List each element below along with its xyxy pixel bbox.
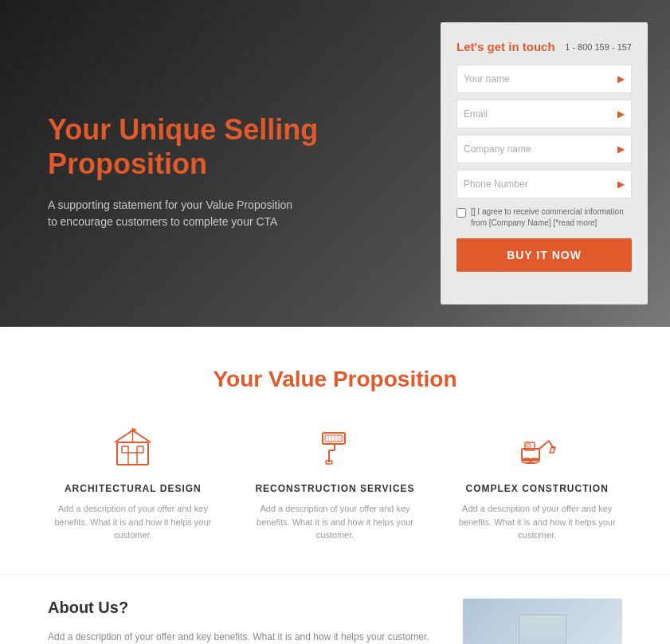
svg-rect-2: [137, 446, 143, 453]
name-input[interactable]: [464, 73, 614, 84]
buy-button[interactable]: BUY IT NOW: [456, 238, 632, 272]
about-content: About Us? Add a description of your offe…: [48, 599, 431, 645]
phone-field-wrapper: ▶: [456, 170, 632, 198]
svg-rect-9: [325, 435, 343, 442]
email-field-icon: ▶: [617, 108, 625, 120]
hero-subtitle: A supporting statement for your Value Pr…: [48, 197, 303, 230]
phone-field-icon: ▶: [617, 179, 625, 190]
svg-rect-1: [122, 446, 128, 453]
architectural-title: ARCHITECTURAL DESIGN: [65, 483, 202, 494]
complex-desc: Add a description of your offer and key …: [452, 502, 622, 542]
hero-content: Your Unique Selling Proposition A suppor…: [0, 0, 441, 327]
hero-section: Your Unique Selling Proposition A suppor…: [0, 0, 670, 327]
about-paragraph-1: Add a description of your offer and key …: [48, 630, 431, 645]
form-header: Let's get in touch 1 - 800 159 - 157: [456, 40, 632, 53]
complex-icon: [513, 424, 561, 472]
value-cards-container: ARCHITECTURAL DESIGN Add a description o…: [48, 424, 622, 542]
about-title: About Us?: [48, 599, 431, 617]
svg-rect-27: [527, 444, 531, 447]
svg-rect-0: [117, 442, 148, 465]
company-field-icon: ▶: [617, 143, 625, 155]
company-input[interactable]: [464, 143, 614, 155]
about-image: [463, 599, 622, 645]
svg-rect-3: [128, 453, 137, 465]
svg-line-21: [539, 441, 549, 449]
complex-title: COMPLEX CONSTRUCTION: [466, 483, 609, 494]
name-field-icon: ▶: [617, 73, 625, 84]
reconstruction-desc: Add a description of your offer and key …: [250, 502, 421, 542]
name-field-wrapper: ▶: [456, 65, 632, 93]
consent-checkbox[interactable]: [456, 208, 466, 218]
email-field-wrapper: ▶: [456, 100, 632, 128]
architectural-desc: Add a description of your offer and key …: [48, 502, 218, 542]
reconstruction-title: RECONSTRUCTION SERVICES: [255, 483, 414, 494]
form-title: Let's get in touch: [456, 40, 555, 53]
email-input[interactable]: [464, 108, 614, 120]
hero-title: Your Unique Selling Proposition: [48, 112, 409, 181]
reconstruction-icon: [311, 424, 359, 472]
about-section: About Us? Add a description of your offe…: [0, 574, 670, 645]
phone-input[interactable]: [464, 179, 614, 190]
company-field-wrapper: ▶: [456, 135, 632, 163]
svg-rect-8: [323, 433, 345, 444]
value-section-title: Your Value Proposition: [48, 367, 622, 392]
consent-label: [] I agree to receive commercial informa…: [471, 206, 632, 229]
architectural-icon: [109, 424, 157, 472]
value-card-reconstruction: RECONSTRUCTION SERVICES Add a descriptio…: [250, 424, 421, 542]
form-phone: 1 - 800 159 - 157: [565, 42, 632, 52]
value-section: Your Value Proposition ARC: [0, 327, 670, 574]
checkbox-row: [] I agree to receive commercial informa…: [456, 206, 632, 229]
contact-form-panel: Let's get in touch 1 - 800 159 - 157 ▶ ▶…: [441, 22, 648, 304]
value-card-complex: COMPLEX CONSTRUCTION Add a description o…: [452, 424, 622, 542]
value-card-architectural: ARCHITECTURAL DESIGN Add a description o…: [48, 424, 218, 542]
building-silhouette: [519, 615, 566, 645]
